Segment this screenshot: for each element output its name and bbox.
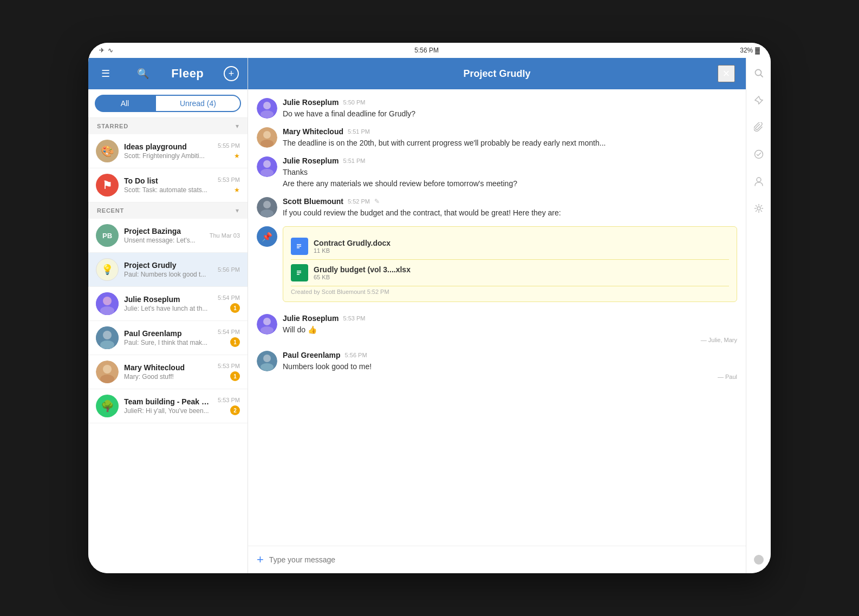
search-sidebar-icon[interactable]: 🔍: [134, 68, 152, 80]
svg-line-36: [760, 75, 763, 77]
list-item[interactable]: Mary Whitecloud Mary: Good stuff! 5:53 P…: [88, 355, 248, 389]
message-sender: Julie Roseplum: [283, 314, 339, 323]
svg-rect-26: [297, 271, 301, 272]
conv-info: Mary Whitecloud Mary: Good stuff!: [124, 363, 213, 381]
search-icon[interactable]: [750, 64, 767, 82]
star-icon: ★: [234, 186, 240, 194]
svg-point-1: [103, 297, 112, 305]
conv-preview: Mary: Good stuff!: [124, 373, 213, 381]
conv-time: 5:54 PM: [218, 294, 240, 301]
message: Julie Roseplum 5:53 PM Will do 👍 — Julie…: [257, 314, 737, 343]
members-icon[interactable]: [750, 173, 767, 190]
app-logo: Fleep: [171, 67, 204, 81]
sidebar-header: ☰ 🔍 Fleep +: [88, 58, 248, 89]
message-content: Julie Roseplum 5:53 PM Will do 👍 — Julie…: [283, 314, 737, 343]
list-item[interactable]: 💡 Project Grudly Paul: Numbers look good…: [88, 253, 248, 287]
pin-icon[interactable]: [750, 91, 767, 109]
starred-chevron-icon[interactable]: ▾: [236, 122, 239, 130]
conv-meta: 5:53 PM 1: [218, 363, 240, 381]
svg-point-30: [263, 318, 271, 325]
svg-point-5: [100, 340, 114, 349]
avatar: ⚑: [96, 174, 119, 196]
svg-point-17: [261, 169, 274, 176]
list-item[interactable]: PB Project Bazinga Unsent message: Let's…: [88, 219, 248, 253]
conv-meta: 5:53 PM 2: [218, 397, 240, 415]
status-time: 5:56 PM: [414, 47, 439, 54]
avatar: [96, 326, 119, 349]
list-item[interactable]: 🌳 Team building - Peak District JulieR: …: [88, 389, 248, 423]
avatar: [257, 351, 277, 371]
message-time: 5:50 PM: [343, 99, 365, 106]
airplane-icon: ✈: [99, 47, 105, 54]
svg-point-4: [103, 331, 112, 339]
wifi-icon: ∿: [108, 47, 113, 54]
message-text: Will do 👍: [283, 324, 737, 336]
file-attachment-card: Contract Grudly.docx 11 KB: [283, 226, 737, 302]
add-conversation-button[interactable]: +: [224, 66, 239, 81]
conv-time: 5:55 PM: [218, 142, 240, 149]
battery-icon: ▓: [755, 47, 760, 54]
unread-badge: 1: [230, 337, 240, 347]
message-time: 5:56 PM: [345, 352, 367, 358]
recent-chevron-icon[interactable]: ▾: [236, 207, 239, 214]
avatar: 💡: [96, 258, 119, 281]
avatar: [257, 98, 277, 119]
filter-unread-button[interactable]: Unread (4): [155, 95, 241, 112]
recent-section-title: RECENT: [97, 207, 124, 214]
attachment-icon[interactable]: [750, 119, 767, 136]
read-receipt: — Paul: [283, 373, 737, 380]
star-icon: ★: [234, 152, 240, 160]
message-content: Paul Greenlamp 5:56 PM Numbers look good…: [283, 351, 737, 380]
conv-time: 5:56 PM: [218, 266, 240, 273]
unread-badge: 1: [230, 303, 240, 313]
svg-point-31: [261, 326, 274, 334]
user-avatar-svg: [96, 292, 119, 315]
message-input[interactable]: [269, 555, 737, 564]
attach-button[interactable]: +: [257, 553, 264, 567]
read-receipt: — Julie, Mary: [283, 337, 737, 343]
conv-meta: 5:56 PM: [218, 266, 240, 273]
edit-icon[interactable]: ✎: [374, 198, 380, 205]
file-card-container: Contract Grudly.docx 11 KB: [283, 226, 737, 306]
svg-point-20: [261, 209, 274, 217]
svg-point-38: [757, 178, 761, 182]
message: Julie Roseplum 5:50 PM Do we have a fina…: [257, 98, 737, 120]
file-message: 📌: [257, 226, 737, 306]
message: Paul Greenlamp 5:56 PM Numbers look good…: [257, 351, 737, 380]
message-content: Mary Whitecloud 5:51 PM The deadline is …: [283, 127, 737, 149]
avatar: [96, 292, 119, 315]
unread-badge: 1: [230, 371, 240, 381]
file-item[interactable]: Contract Grudly.docx 11 KB: [291, 233, 729, 260]
menu-icon[interactable]: ☰: [97, 68, 114, 80]
conv-name: Ideas playground: [124, 142, 213, 151]
conv-name: Mary Whitecloud: [124, 363, 213, 372]
list-item[interactable]: ⚑ To Do list Scott: Task: automate stats…: [88, 168, 248, 202]
settings-icon[interactable]: [750, 200, 767, 217]
conv-info: Paul Greenlamp Paul: Sure, I think that …: [124, 329, 213, 346]
task-icon[interactable]: [750, 146, 767, 163]
svg-point-16: [263, 160, 271, 168]
panel-circle-indicator: [754, 555, 764, 565]
svg-rect-22: [297, 244, 301, 245]
message-sender: Mary Whitecloud: [283, 127, 343, 136]
svg-point-34: [261, 363, 274, 371]
message-sender: Julie Roseplum: [283, 156, 339, 165]
avatar: [96, 361, 119, 383]
message-content: Julie Roseplum 5:51 PM Thanks Are there …: [283, 156, 737, 189]
close-chat-button[interactable]: ×: [718, 65, 735, 82]
list-item[interactable]: 🎨 Ideas playground Scott: Frighteningly …: [88, 134, 248, 168]
message-content: Julie Roseplum 5:50 PM Do we have a fina…: [283, 98, 737, 120]
list-item[interactable]: Paul Greenlamp Paul: Sure, I think that …: [88, 321, 248, 355]
conv-time: 5:53 PM: [218, 176, 240, 183]
svg-point-11: [261, 110, 274, 118]
svg-rect-28: [297, 274, 300, 275]
filter-all-button[interactable]: All: [95, 95, 155, 112]
device-frame: ✈ ∿ 5:56 PM 32% ▓ ☰ 🔍 Fleep + All Unre: [88, 43, 771, 573]
conv-meta: 5:54 PM 1: [218, 294, 240, 313]
conv-time: 5:53 PM: [218, 397, 240, 403]
xlsx-icon: [291, 264, 308, 281]
message-text: Thanks: [283, 167, 737, 178]
list-item[interactable]: Julie Roseplum Julie: Let's have lunch a…: [88, 287, 248, 321]
file-item[interactable]: Grudly budget (vol 3....xlsx 65 KB: [291, 260, 729, 286]
chat-input-area: +: [248, 546, 746, 573]
